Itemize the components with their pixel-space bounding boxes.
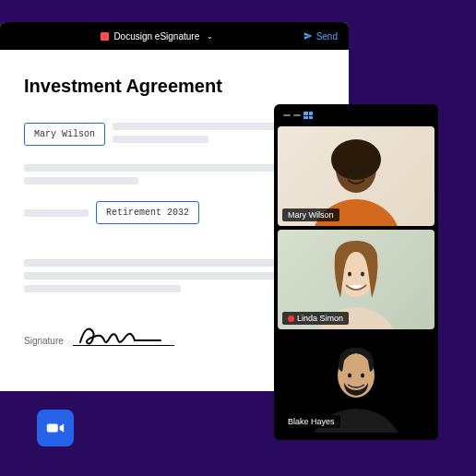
video-header — [278, 108, 434, 123]
send-button[interactable]: Send — [303, 31, 338, 42]
svg-point-4 — [361, 169, 364, 173]
document-title: Investment Agreement — [24, 76, 325, 97]
placeholder-line — [24, 285, 181, 292]
mic-muted-icon — [288, 315, 294, 322]
video-call-panel: Mary Wilson Linda Simon Bl — [274, 104, 438, 440]
zoom-app-icon[interactable] — [37, 410, 74, 446]
video-tile[interactable]: Blake Hayes — [278, 333, 434, 433]
participant-name-tag: Linda Simon — [282, 312, 349, 325]
chevron-down-icon[interactable]: ⌄ — [207, 32, 213, 41]
participant-name: Mary Wilson — [288, 210, 334, 220]
placeholder-line — [24, 177, 138, 184]
send-label: Send — [316, 31, 338, 42]
name-field[interactable]: Mary Wilson — [24, 123, 105, 146]
svg-point-2 — [331, 139, 381, 180]
document-header: Docusign eSignature ⌄ Send — [0, 22, 349, 50]
grid-view-icon[interactable] — [303, 112, 313, 119]
svg-point-3 — [348, 169, 351, 173]
plan-field[interactable]: Retirement 2032 — [96, 201, 199, 224]
signature-field[interactable] — [73, 320, 174, 346]
brand: Docusign eSignature ⌄ — [101, 31, 213, 42]
participant-name: Linda Simon — [297, 314, 343, 323]
brand-label: Docusign eSignature — [113, 31, 199, 42]
video-tile[interactable]: Linda Simon — [278, 230, 434, 329]
placeholder-line — [24, 209, 89, 217]
signature-label: Signature — [24, 336, 64, 346]
video-camera-icon — [45, 418, 65, 438]
svg-rect-13 — [47, 423, 58, 432]
send-icon — [303, 31, 313, 41]
window-control-icon[interactable] — [293, 114, 301, 116]
docusign-logo-icon — [101, 32, 109, 41]
participant-name-tag: Blake Hayes — [282, 415, 340, 428]
svg-point-12 — [361, 374, 364, 378]
svg-point-8 — [361, 272, 364, 277]
svg-point-11 — [348, 374, 351, 378]
svg-point-7 — [348, 272, 351, 277]
window-control-icon[interactable] — [283, 114, 291, 116]
video-tile[interactable]: Mary Wilson — [278, 126, 434, 226]
placeholder-line — [113, 136, 208, 143]
signature-icon — [77, 324, 165, 348]
participant-name: Blake Hayes — [288, 417, 335, 426]
participant-name-tag: Mary Wilson — [282, 208, 339, 221]
